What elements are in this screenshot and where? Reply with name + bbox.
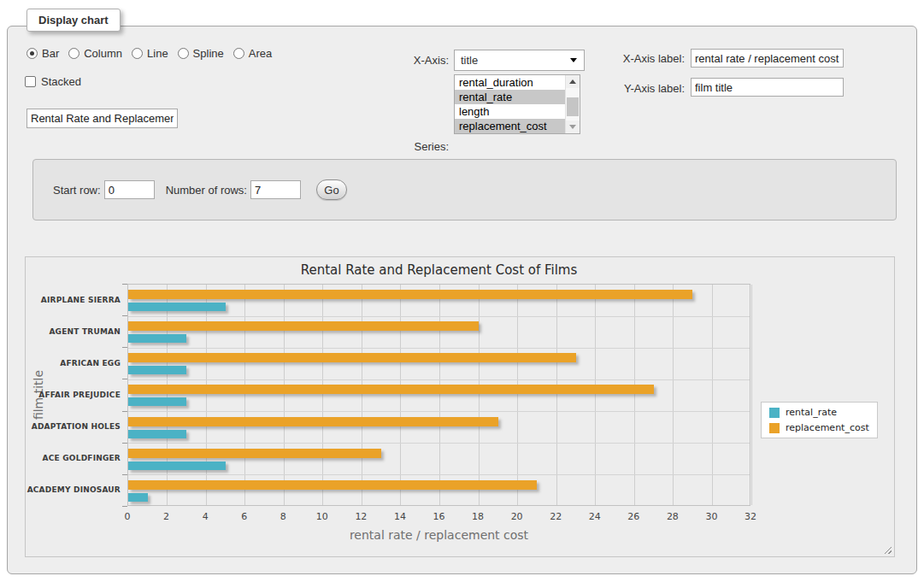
legend-label-rental_rate: rental_rate (786, 407, 837, 418)
scroll-up-icon (569, 79, 576, 84)
line-radio-label: Line (147, 47, 168, 60)
gridline-vertical (712, 285, 713, 505)
bar-replacement_cost (128, 449, 381, 458)
x-tick-label: 8 (266, 511, 300, 522)
y-axis-label-field-label: Y-Axis label: (589, 82, 685, 95)
series-option-rental_duration[interactable]: rental_duration (455, 75, 580, 90)
category-label: AIRPLANE SIERRA (26, 296, 121, 304)
x-tick-label: 32 (733, 511, 768, 522)
category-label: ACE GOLDFINGER (26, 454, 121, 462)
gridline-vertical (751, 285, 752, 505)
fieldset-legend: Display chart (26, 9, 121, 32)
column-radio[interactable] (68, 48, 79, 59)
bar-radio[interactable] (26, 48, 38, 59)
bar-rental_rate (128, 493, 148, 502)
bar-replacement_cost (128, 321, 479, 331)
x-tick-label: 20 (500, 511, 534, 522)
gridline-horizontal (128, 348, 750, 349)
category-label: ACADEMY DINOSAUR (26, 485, 121, 494)
gridline-vertical (595, 285, 596, 505)
chart-type-option-area: Area (233, 47, 272, 60)
scrollbar-thumb[interactable] (567, 97, 579, 116)
x-tick-label: 10 (305, 511, 339, 522)
chart-title: Rental Rate and Replacement Cost of Film… (127, 262, 750, 278)
chart-legend: rental_ratereplacement_cost (761, 402, 878, 438)
category-label: ADAPTATION HOLES (26, 422, 121, 431)
x-tick-label: 0 (110, 511, 144, 522)
x-tick-label: 6 (227, 511, 262, 522)
y-axis-label-input[interactable] (691, 78, 844, 97)
series-option-replacement_cost[interactable]: replacement_cost (455, 119, 580, 133)
legend-swatch-replacement_cost (769, 423, 780, 433)
bar-replacement_cost (128, 290, 692, 299)
chart-type-option-spline: Spline (178, 47, 224, 60)
chart-panel: Rental Rate and Replacement Cost of Film… (25, 256, 895, 557)
area-radio[interactable] (233, 48, 244, 59)
bar-rental_rate (128, 334, 186, 343)
line-radio[interactable] (132, 48, 143, 59)
legend-entry-rental_rate: rental_rate (769, 407, 869, 418)
x-tick-label: 16 (422, 511, 456, 522)
resize-grip-icon[interactable] (882, 544, 892, 554)
bar-rental_rate (128, 461, 226, 470)
x-axis-label-field-label: X-Axis label: (589, 52, 685, 65)
x-tick-label: 12 (344, 511, 378, 522)
stacked-checkbox[interactable] (25, 76, 36, 87)
spline-radio[interactable] (178, 48, 189, 59)
chart-type-option-bar: Bar (26, 47, 59, 60)
series-field-label: Series: (353, 140, 449, 153)
gridline-horizontal (128, 316, 750, 317)
chart-type-option-column: Column (68, 47, 122, 60)
series-option-rental_rate[interactable]: rental_rate (455, 90, 580, 104)
gridline-vertical (167, 285, 168, 505)
bar-replacement_cost (128, 385, 654, 394)
series-scrollbar[interactable] (565, 75, 580, 133)
start-row-input[interactable] (104, 180, 155, 199)
gridline-vertical (439, 285, 440, 505)
bar-radio-label: Bar (42, 47, 59, 60)
x-tick-label: 26 (616, 511, 650, 522)
dropdown-arrow-icon (570, 58, 577, 62)
gridline-vertical (556, 285, 557, 505)
start-row-label: Start row: (53, 184, 101, 197)
bar-replacement_cost (128, 480, 537, 490)
bar-rental_rate (128, 366, 186, 374)
gridline-vertical (206, 285, 207, 505)
y-tick (122, 315, 127, 316)
chart-title-input[interactable] (26, 109, 178, 128)
stacked-option: Stacked (25, 75, 81, 88)
series-option-length[interactable]: length (455, 104, 580, 119)
area-radio-label: Area (249, 47, 272, 60)
x-axis-selected-value: title (461, 54, 478, 67)
y-tick (122, 474, 127, 475)
gridline-horizontal (128, 474, 750, 475)
scrollbar-down-button[interactable] (566, 121, 580, 133)
x-tick-label: 24 (578, 511, 612, 522)
x-axis-label-input[interactable] (691, 49, 844, 68)
gridline-vertical (322, 285, 323, 505)
legend-swatch-rental_rate (769, 408, 780, 418)
x-tick-label: 4 (188, 511, 222, 522)
go-button[interactable]: Go (316, 179, 347, 200)
y-tick (122, 347, 127, 348)
num-rows-input[interactable] (250, 180, 301, 199)
category-label: AFFAIR PREJUDICE (26, 391, 121, 399)
series-options: rental_durationrental_ratelengthreplacem… (455, 75, 580, 133)
scrollbar-up-button[interactable] (566, 75, 580, 88)
chart-type-radiogroup: Bar Column Line Spline Area (26, 47, 281, 60)
chart-type-option-line: Line (132, 47, 168, 60)
gridline-vertical (284, 285, 285, 505)
plot-area (127, 284, 750, 506)
x-tick-label: 22 (539, 511, 573, 522)
y-tick (122, 443, 127, 444)
x-tick-label: 2 (150, 511, 184, 522)
x-axis-title: rental rate / replacement cost (127, 528, 750, 542)
series-listbox[interactable]: rental_durationrental_ratelengthreplacem… (454, 74, 580, 134)
legend-label-replacement_cost: replacement_cost (786, 422, 869, 433)
x-axis-select[interactable]: title (454, 50, 585, 71)
category-label: AFRICAN EGG (26, 359, 121, 367)
column-radio-label: Column (84, 47, 122, 60)
num-rows-label: Number of rows: (166, 184, 247, 197)
gridline-vertical (479, 285, 480, 505)
gridline-horizontal (128, 411, 750, 412)
